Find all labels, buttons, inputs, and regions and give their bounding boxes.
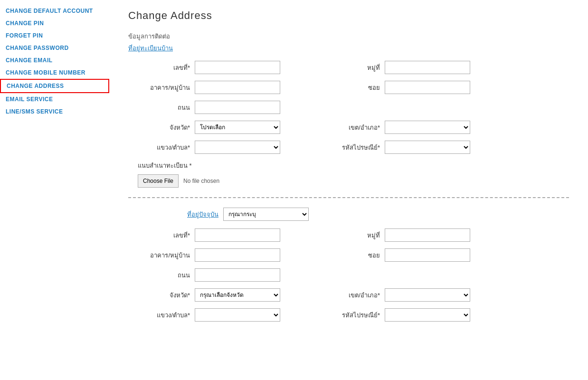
reg-number-label: เลขที่*	[128, 63, 195, 73]
cur-road-input[interactable]	[195, 268, 280, 282]
sidebar-item-forget-pin[interactable]: FORGET PIN	[0, 29, 109, 42]
reg-soi-group: ซอย	[318, 81, 470, 94]
reg-moo-input[interactable]	[385, 61, 470, 74]
reg-building-label: อาคาร/หมู่บ้าน	[128, 83, 195, 93]
reg-number-group: เลขที่*	[128, 61, 280, 74]
cur-number-input[interactable]	[195, 228, 280, 242]
cur-building-label: อาคาร/หมู่บ้าน	[128, 250, 195, 260]
reg-soi-input[interactable]	[385, 81, 470, 94]
reg-road-label: ถนน	[128, 103, 195, 113]
cur-row-road: ถนน	[128, 268, 569, 282]
registered-address-section: ข้อมูลการติดต่อ ที่อยู่ทะเบียนบ้าน เลขที…	[128, 31, 569, 188]
reg-row-building-soi: อาคาร/หมู่บ้าน ซอย	[128, 81, 569, 94]
reg-building-input[interactable]	[195, 81, 280, 94]
current-address-label-group: ที่อยู่ปัจจุบัน กรุณากระบุ	[128, 208, 309, 221]
reg-province-select[interactable]: โปรดเลือก	[195, 121, 280, 134]
reg-number-input[interactable]	[195, 61, 280, 74]
reg-row-subdistrict-postcode: แขวง/ตำบล* รหัสไปรษณีย์*	[128, 141, 569, 154]
sidebar: CHANGE DEFAULT ACCOUNT CHANGE PIN FORGET…	[0, 0, 109, 380]
reg-province-label: จังหวัด*	[128, 123, 195, 133]
reg-district-group: เขต/อำเภอ*	[318, 121, 470, 134]
sidebar-item-change-email[interactable]: CHANGE EMAIL	[0, 54, 109, 66]
reg-row-number-moo: เลขที่* หมู่ที่	[128, 61, 569, 74]
page-title: Change Address	[128, 10, 569, 22]
reg-row-road: ถนน	[128, 101, 569, 114]
sidebar-item-change-mobile-number[interactable]: CHANGE MOBILE NUMBER	[0, 66, 109, 79]
cur-number-group: เลขที่*	[128, 228, 280, 242]
cur-road-label: ถนน	[128, 270, 195, 280]
reg-road-input[interactable]	[195, 101, 280, 114]
sidebar-item-change-default-account[interactable]: CHANGE DEFAULT ACCOUNT	[0, 5, 109, 17]
cur-postcode-select[interactable]	[385, 308, 470, 322]
reg-subdistrict-label: แขวง/ตำบล*	[128, 142, 195, 152]
cur-soi-label: ซอย	[318, 250, 385, 260]
file-upload-section: แนบสำเนาทะเบียน * Choose File No file ch…	[138, 161, 569, 188]
reg-district-label: เขต/อำเภอ*	[318, 123, 385, 133]
main-content: Change Address ข้อมูลการติดต่อ ที่อยู่ทะ…	[109, 0, 588, 380]
registered-address-label: ที่อยู่ทะเบียนบ้าน	[128, 43, 569, 53]
cur-postcode-label: รหัสไปรษณีย์*	[318, 310, 385, 320]
reg-postcode-group: รหัสไปรษณีย์*	[318, 141, 470, 154]
reg-moo-label: หมู่ที่	[318, 63, 385, 73]
book-copy-label: แนบสำเนาทะเบียน *	[138, 161, 569, 171]
cur-province-label: จังหวัด*	[128, 290, 195, 300]
cur-postcode-group: รหัสไปรษณีย์*	[318, 308, 470, 322]
sidebar-item-line-sms-service[interactable]: LINE/SMS SERVICE	[0, 105, 109, 118]
section-divider	[128, 197, 569, 198]
sidebar-item-change-address[interactable]: CHANGE ADDRESS	[0, 79, 109, 93]
sidebar-item-change-pin[interactable]: CHANGE PIN	[0, 17, 109, 29]
sidebar-item-email-service[interactable]: EMAIL SERVICE	[0, 93, 109, 105]
cur-district-select[interactable]	[385, 288, 470, 302]
reg-building-group: อาคาร/หมู่บ้าน	[128, 81, 280, 94]
reg-province-group: จังหวัด* โปรดเลือก	[128, 121, 280, 134]
contact-info-label: ข้อมูลการติดต่อ	[128, 31, 569, 41]
cur-district-label: เขต/อำเภอ*	[318, 290, 385, 300]
reg-postcode-label: รหัสไปรษณีย์*	[318, 142, 385, 152]
current-address-section: ที่อยู่ปัจจุบัน กรุณากระบุ เลขที่* หมู่ท…	[128, 208, 569, 322]
reg-subdistrict-select[interactable]	[195, 141, 280, 154]
cur-row-subdistrict-postcode: แขวง/ตำบล* รหัสไปรษณีย์*	[128, 308, 569, 322]
cur-province-group: จังหวัด* กรุณาเลือกจังหวัด	[128, 288, 280, 302]
cur-subdistrict-group: แขวง/ตำบล*	[128, 308, 280, 322]
cur-moo-group: หมู่ที่	[318, 228, 470, 242]
cur-building-group: อาคาร/หมู่บ้าน	[128, 248, 280, 262]
cur-row-number-moo: เลขที่* หมู่ที่	[128, 228, 569, 242]
sidebar-item-change-password[interactable]: CHANGE PASSWORD	[0, 42, 109, 54]
cur-subdistrict-label: แขวง/ตำบล*	[128, 310, 195, 320]
choose-file-button[interactable]: Choose File	[138, 174, 179, 188]
cur-soi-group: ซอย	[318, 248, 470, 262]
current-address-header-row: ที่อยู่ปัจจุบัน กรุณากระบุ	[128, 208, 569, 221]
cur-number-label: เลขที่*	[128, 230, 195, 240]
cur-row-building-soi: อาคาร/หมู่บ้าน ซอย	[128, 248, 569, 262]
reg-postcode-select[interactable]	[385, 141, 470, 154]
reg-row-province-district: จังหวัด* โปรดเลือก เขต/อำเภอ*	[128, 121, 569, 134]
file-row: Choose File No file chosen	[138, 174, 569, 188]
reg-soi-label: ซอย	[318, 83, 385, 93]
no-file-text: No file chosen	[183, 178, 219, 184]
reg-district-select[interactable]	[385, 121, 470, 134]
cur-moo-input[interactable]	[385, 228, 470, 242]
cur-subdistrict-select[interactable]	[195, 308, 280, 322]
cur-soi-input[interactable]	[385, 248, 470, 262]
cur-row-province-district: จังหวัด* กรุณาเลือกจังหวัด เขต/อำเภอ*	[128, 288, 569, 302]
cur-building-input[interactable]	[195, 248, 280, 262]
cur-province-select[interactable]: กรุณาเลือกจังหวัด	[195, 288, 280, 302]
cur-moo-label: หมู่ที่	[318, 230, 385, 240]
cur-district-group: เขต/อำเภอ*	[318, 288, 470, 302]
reg-subdistrict-group: แขวง/ตำบล*	[128, 141, 280, 154]
reg-moo-group: หมู่ที่	[318, 61, 470, 74]
current-address-label: ที่อยู่ปัจจุบัน	[128, 209, 223, 219]
current-city-select[interactable]: กรุณากระบุ	[223, 208, 309, 221]
